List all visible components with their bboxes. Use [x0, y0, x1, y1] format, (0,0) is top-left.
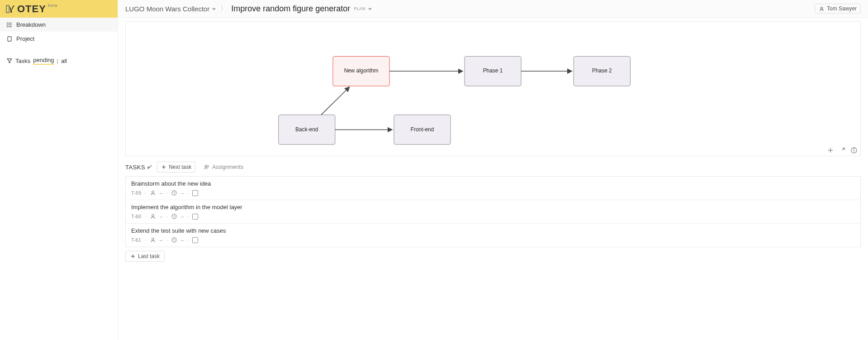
task-title: Implement the algorithm in the model lay…: [131, 204, 855, 211]
assignee-icon[interactable]: [150, 213, 156, 220]
task-id: T-61: [131, 237, 141, 243]
svg-point-22: [207, 166, 209, 167]
list-icon: [6, 22, 13, 28]
task-title: Brainstorm about the new idea: [131, 180, 855, 187]
tasks-filter-label: Tasks: [15, 57, 30, 64]
diagram-canvas[interactable]: Back-end Front-end New algorithm Phase 1: [125, 21, 861, 156]
sidebar-item-label: Breakdown: [16, 21, 46, 28]
tasks-filter: Tasks pending | all: [6, 57, 111, 65]
node-frontend[interactable]: Front-end: [394, 115, 451, 145]
assignments-label: Assignments: [212, 164, 243, 170]
node-label: Phase 1: [483, 67, 503, 74]
next-task-button[interactable]: Next task: [157, 162, 195, 172]
task-row[interactable]: Brainstorm about the new idea T-59 · – ·…: [126, 177, 860, 200]
users-icon: [204, 164, 210, 170]
filter-option-all[interactable]: all: [61, 57, 67, 64]
svg-point-21: [205, 165, 207, 167]
canvas-actions: [827, 147, 858, 154]
clock-icon[interactable]: [171, 237, 177, 243]
tasks-header: TASKS Next task: [125, 162, 861, 172]
sidebar-item-breakdown[interactable]: Breakdown: [0, 18, 118, 32]
node-backend[interactable]: Back-end: [279, 115, 335, 145]
edge-backend-newalg: [321, 87, 350, 115]
document-icon: [6, 36, 13, 42]
assignments-button[interactable]: Assignments: [200, 162, 247, 172]
chevron-down-icon: [367, 6, 373, 11]
add-node-button[interactable]: [827, 147, 834, 154]
task-checkbox[interactable]: [192, 237, 198, 243]
task-title: Extend the test suite with new cases: [131, 227, 855, 234]
sidebar-item-project[interactable]: Project: [0, 32, 118, 46]
time-value: –: [181, 214, 184, 219]
filter-divider: |: [57, 57, 58, 64]
expand-icon[interactable]: [839, 147, 846, 154]
logo-mark-icon: [5, 4, 16, 14]
chevron-down-icon: [211, 6, 217, 11]
task-meta: T-60 · – · – ·: [131, 213, 855, 220]
svg-point-27: [152, 238, 154, 240]
last-task-button[interactable]: Last task: [125, 251, 165, 262]
svg-point-2: [7, 23, 8, 23]
svg-rect-0: [6, 5, 9, 13]
user-name: Tom Sawyer: [827, 5, 857, 12]
node-phase1[interactable]: Phase 1: [465, 56, 521, 86]
next-task-label: Next task: [169, 164, 191, 170]
svg-rect-7: [8, 37, 11, 41]
main: LUGO Moon Wars Collector 〉 Improve rando…: [118, 0, 868, 340]
breadcrumb: LUGO Moon Wars Collector 〉 Improve rando…: [125, 4, 811, 14]
filter-option-pending[interactable]: pending: [33, 57, 54, 65]
plan-badge: PLAN: [354, 6, 365, 11]
task-id: T-60: [131, 214, 141, 219]
node-label: New algorithm: [344, 67, 378, 74]
tasks-title-label: TASKS: [125, 164, 145, 171]
breadcrumb-project-label: LUGO Moon Wars Collector: [125, 5, 209, 13]
breadcrumb-plan[interactable]: Improve random figure generator PLAN: [231, 4, 373, 14]
sidebar-item-label: Project: [16, 35, 34, 42]
assignee-value: –: [160, 237, 162, 243]
plus-icon: [161, 164, 166, 170]
task-checkbox[interactable]: [192, 190, 198, 196]
node-label: Phase 2: [592, 67, 612, 74]
time-value: –: [181, 237, 184, 243]
assignee-icon[interactable]: [150, 237, 156, 243]
info-icon[interactable]: [850, 147, 858, 154]
logo-bar[interactable]: OTEY beta: [0, 0, 118, 18]
node-phase2[interactable]: Phase 2: [574, 56, 630, 86]
breadcrumb-project[interactable]: LUGO Moon Wars Collector: [125, 5, 217, 13]
node-label: Back-end: [295, 126, 318, 133]
tasks-panel: TASKS Next task: [125, 162, 861, 262]
task-list: Brainstorm about the new idea T-59 · – ·…: [125, 176, 861, 247]
user-chip[interactable]: Tom Sawyer: [815, 4, 861, 14]
logo: OTEY beta: [5, 3, 57, 15]
task-meta: T-59 · – · – ·: [131, 190, 855, 196]
clock-icon[interactable]: [171, 190, 177, 196]
breadcrumb-plan-label: Improve random figure generator: [231, 4, 350, 14]
task-meta: T-61 · – · – ·: [131, 237, 855, 243]
collapse-icon[interactable]: [147, 164, 152, 170]
plus-icon: [130, 254, 136, 259]
assignee-icon[interactable]: [150, 190, 156, 196]
svg-point-4: [7, 24, 8, 25]
node-new-algorithm[interactable]: New algorithm: [333, 56, 389, 86]
clock-icon[interactable]: [171, 213, 177, 220]
topbar: LUGO Moon Wars Collector 〉 Improve rando…: [118, 0, 868, 18]
breadcrumb-separator-icon: 〉: [220, 4, 228, 14]
svg-point-25: [152, 215, 154, 217]
tasks-title: TASKS: [125, 164, 152, 171]
svg-point-6: [7, 26, 8, 27]
svg-point-8: [821, 7, 822, 9]
assignee-value: –: [160, 190, 162, 196]
sidebar: OTEY beta Breakdown Project: [0, 0, 118, 340]
task-id: T-59: [131, 190, 141, 196]
task-row[interactable]: Implement the algorithm in the model lay…: [126, 200, 860, 224]
logo-text: OTEY: [17, 3, 46, 15]
user-icon: [819, 6, 825, 12]
last-task-label: Last task: [138, 253, 160, 259]
task-row[interactable]: Extend the test suite with new cases T-6…: [126, 224, 860, 247]
svg-point-18: [854, 148, 854, 149]
svg-point-23: [152, 191, 154, 193]
assignee-value: –: [160, 214, 162, 219]
filter-icon: [6, 57, 13, 64]
task-checkbox[interactable]: [192, 214, 198, 220]
time-value: –: [181, 190, 184, 196]
